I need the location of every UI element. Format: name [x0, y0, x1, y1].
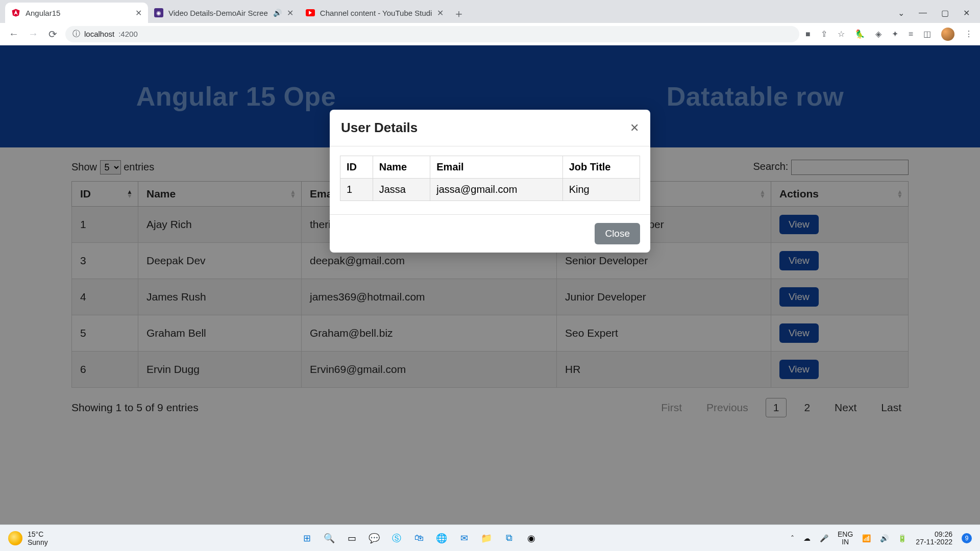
- taskbar-tray: ˄ ☁ 🎤 ENG IN 📶 🔊 🔋 09:26 27-11-2022 9: [791, 531, 972, 546]
- close-icon[interactable]: ✕: [287, 8, 293, 18]
- shield-icon[interactable]: ◈: [875, 29, 881, 39]
- tab-title: Angular15: [26, 9, 130, 17]
- url-host: localhost: [84, 30, 114, 38]
- detail-col-email: Email: [430, 156, 562, 179]
- detail-col-job: Job Title: [562, 156, 640, 179]
- detail-row: 1 Jassa jassa@gmail.com King: [340, 179, 640, 201]
- reading-list-icon[interactable]: ≡: [909, 30, 913, 39]
- chevron-up-icon[interactable]: ˄: [791, 534, 794, 542]
- page-viewport: Angular 15 Ope xxxxxxxxxxxxxxxxxxxxx Dat…: [0, 45, 980, 524]
- angular-icon: [11, 8, 20, 17]
- url-path: :4200: [118, 30, 138, 38]
- store-icon[interactable]: 🛍: [410, 530, 428, 547]
- modal-header: User Details ✕: [330, 110, 650, 146]
- detail-table: ID Name Email Job Title 1 Jassa jassa@gm…: [340, 156, 640, 201]
- browser-chrome: Angular15 ✕ ◉ Video Details-DemoAir Scre…: [0, 0, 980, 45]
- profile-avatar[interactable]: [941, 28, 954, 41]
- sun-icon: [8, 531, 22, 545]
- tab-title: Video Details-DemoAir Scree: [168, 9, 268, 17]
- maximize-icon[interactable]: ▢: [941, 8, 949, 18]
- explorer-icon[interactable]: 📁: [478, 530, 495, 547]
- detail-col-id: ID: [340, 156, 373, 179]
- modal-body: ID Name Email Job Title 1 Jassa jassa@gm…: [330, 146, 650, 214]
- notification-badge[interactable]: 9: [962, 533, 972, 543]
- kebab-menu-icon[interactable]: ⋮: [965, 29, 973, 39]
- modal-title: User Details: [341, 120, 418, 136]
- edge-icon[interactable]: 🌐: [433, 530, 450, 547]
- close-icon[interactable]: ✕: [437, 8, 444, 18]
- toolbar-right: ■ ⇪ ☆ 🦜 ◈ ✦ ≡ ◫ ⋮: [805, 28, 973, 41]
- battery-icon[interactable]: 🔋: [898, 534, 906, 542]
- clock[interactable]: 09:26 27-11-2022: [916, 531, 952, 546]
- window-controls: ⌄ — ▢ ✕: [898, 3, 980, 23]
- browser-tab[interactable]: Channel content - YouTube Studi ✕: [300, 3, 450, 23]
- translate-icon[interactable]: 🦜: [855, 29, 865, 39]
- chevron-down-icon[interactable]: ⌄: [898, 8, 904, 18]
- onedrive-icon[interactable]: ☁: [803, 534, 811, 542]
- browser-tab[interactable]: ◉ Video Details-DemoAir Scree 🔊 ✕: [148, 3, 300, 23]
- search-icon[interactable]: 🔍: [321, 530, 338, 547]
- youtube-icon: [306, 8, 315, 17]
- chrome-icon[interactable]: ◉: [523, 530, 540, 547]
- taskbar-apps: ⊞ 🔍 ▭ 💬 Ⓢ 🛍 🌐 ✉ 📁 ⧉ ◉: [298, 530, 540, 547]
- vscode-icon[interactable]: ⧉: [500, 530, 518, 547]
- forward-icon: →: [27, 28, 40, 40]
- wifi-icon[interactable]: 📶: [862, 534, 871, 542]
- modal-footer: Close: [330, 214, 650, 253]
- task-view-icon[interactable]: ▭: [343, 530, 360, 547]
- close-window-icon[interactable]: ✕: [963, 8, 970, 18]
- address-bar: ← → ⟳ ⓘ localhost:4200 ■ ⇪ ☆ 🦜 ◈ ✦ ≡ ◫ ⋮: [0, 23, 980, 45]
- close-icon[interactable]: ✕: [135, 8, 142, 18]
- extensions-icon[interactable]: ✦: [892, 29, 898, 39]
- share-icon[interactable]: ⇪: [821, 29, 827, 39]
- mic-icon[interactable]: 🎤: [820, 534, 828, 542]
- detail-col-name: Name: [373, 156, 430, 179]
- skype-icon[interactable]: Ⓢ: [388, 530, 405, 547]
- reload-icon[interactable]: ⟳: [46, 28, 59, 40]
- new-tab-button[interactable]: ＋: [450, 5, 468, 23]
- user-details-modal: User Details ✕ ID Name Email Job Title 1…: [330, 110, 650, 253]
- tab-bar: Angular15 ✕ ◉ Video Details-DemoAir Scre…: [0, 0, 980, 23]
- camera-icon[interactable]: ■: [805, 30, 811, 39]
- back-icon[interactable]: ←: [7, 28, 20, 40]
- site-info-icon[interactable]: ⓘ: [72, 29, 80, 39]
- volume-icon[interactable]: 🔊: [880, 534, 889, 542]
- bookmark-icon[interactable]: ☆: [838, 29, 845, 39]
- demoair-icon: ◉: [154, 8, 163, 17]
- taskbar-weather[interactable]: 15°C Sunny: [8, 530, 48, 546]
- audio-icon[interactable]: 🔊: [273, 9, 282, 17]
- chat-icon[interactable]: 💬: [365, 530, 383, 547]
- language-indicator[interactable]: ENG IN: [838, 531, 853, 546]
- side-panel-icon[interactable]: ◫: [923, 29, 931, 39]
- minimize-icon[interactable]: —: [919, 8, 927, 17]
- start-icon[interactable]: ⊞: [298, 530, 315, 547]
- close-icon[interactable]: ✕: [630, 121, 639, 135]
- browser-tab-active[interactable]: Angular15 ✕: [5, 3, 148, 23]
- windows-taskbar: 15°C Sunny ⊞ 🔍 ▭ 💬 Ⓢ 🛍 🌐 ✉ 📁 ⧉ ◉ ˄ ☁ 🎤 E…: [0, 524, 980, 551]
- tab-title: Channel content - YouTube Studi: [320, 9, 432, 17]
- mail-icon[interactable]: ✉: [455, 530, 473, 547]
- url-input[interactable]: ⓘ localhost:4200: [65, 26, 799, 42]
- close-button[interactable]: Close: [595, 223, 640, 244]
